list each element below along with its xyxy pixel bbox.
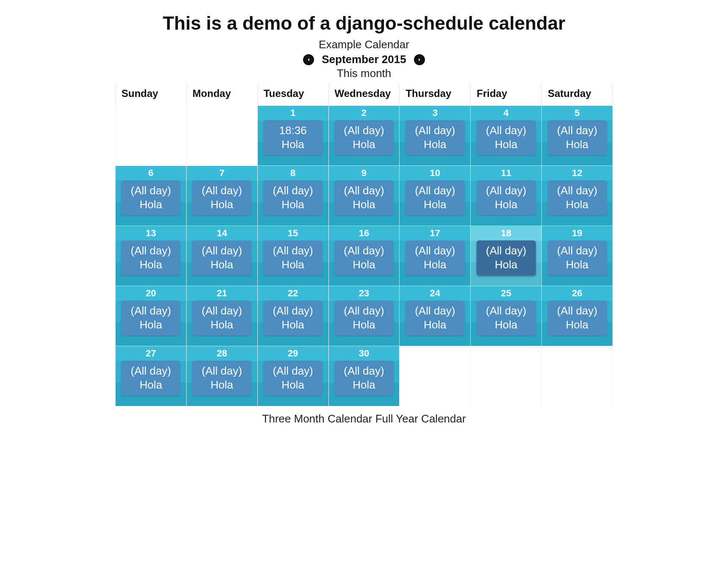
calendar-event[interactable]: (All day)Hola (477, 240, 536, 276)
day-cell[interactable]: 9(All day)Hola (328, 166, 400, 226)
calendar-event[interactable]: (All day)Hola (548, 301, 607, 336)
weekday-header: Wednesday (328, 83, 400, 106)
three-month-link[interactable]: Three Month Calendar (262, 412, 372, 425)
day-cell[interactable]: 16(All day)Hola (328, 226, 400, 286)
day-cell[interactable]: 25(All day)Hola (471, 286, 542, 346)
day-cell[interactable]: 3(All day)Hola (400, 106, 471, 166)
event-title: Hola (550, 198, 604, 212)
calendar-name: Example Calendar (0, 38, 728, 51)
day-number: 9 (361, 168, 367, 179)
day-cell[interactable]: 8(All day)Hola (257, 166, 328, 226)
event-time: (All day) (337, 244, 391, 258)
calendar-event[interactable]: (All day)Hola (405, 120, 465, 155)
calendar-event[interactable]: (All day)Hola (121, 240, 180, 276)
event-title: Hola (550, 138, 604, 152)
day-cell[interactable]: 17(All day)Hola (400, 226, 471, 286)
calendar-event[interactable]: (All day)Hola (334, 120, 394, 155)
day-number: 26 (572, 288, 582, 299)
next-month-button[interactable] (414, 54, 425, 65)
calendar-event[interactable]: (All day)Hola (405, 301, 465, 336)
event-title: Hola (408, 198, 462, 212)
weekday-header: Sunday (116, 83, 187, 106)
calendar-event[interactable]: (All day)Hola (405, 240, 465, 276)
day-cell[interactable]: 2(All day)Hola (328, 106, 400, 166)
event-title: Hola (337, 198, 391, 212)
day-cell[interactable]: 23(All day)Hola (328, 286, 400, 346)
day-cell[interactable]: 21(All day)Hola (186, 286, 257, 346)
calendar-event[interactable]: (All day)Hola (263, 301, 323, 336)
day-cell[interactable]: 7(All day)Hola (186, 166, 257, 226)
this-month-link[interactable]: This month (0, 67, 728, 80)
day-cell[interactable]: 24(All day)Hola (400, 286, 471, 346)
calendar-event[interactable]: (All day)Hola (548, 120, 607, 155)
calendar-event[interactable]: (All day)Hola (334, 301, 394, 336)
prev-month-button[interactable] (303, 54, 314, 65)
event-title: Hola (195, 378, 249, 392)
event-time: (All day) (550, 184, 604, 198)
event-time: (All day) (124, 184, 178, 198)
event-time: (All day) (337, 184, 391, 198)
calendar-event[interactable]: (All day)Hola (477, 180, 536, 215)
calendar-event[interactable]: (All day)Hola (477, 120, 536, 155)
day-cell[interactable]: 27(All day)Hola (116, 346, 187, 406)
day-cell[interactable]: 19(All day)Hola (542, 226, 613, 286)
day-cell[interactable]: 18(All day)Hola (471, 226, 542, 286)
calendar-event[interactable]: (All day)Hola (334, 361, 394, 396)
day-cell[interactable]: 118:36Hola (257, 106, 328, 166)
day-cell[interactable]: 11(All day)Hola (471, 166, 542, 226)
calendar-event[interactable]: 18:36Hola (263, 120, 323, 155)
weekday-header: Saturday (542, 83, 613, 106)
day-cell[interactable]: 10(All day)Hola (400, 166, 471, 226)
event-time: (All day) (479, 124, 533, 138)
calendar-event[interactable]: (All day)Hola (263, 180, 323, 215)
calendar-event[interactable]: (All day)Hola (334, 240, 394, 276)
event-time: (All day) (266, 304, 320, 318)
day-number: 1 (290, 108, 295, 119)
full-year-link[interactable]: Full Year Calendar (375, 412, 466, 425)
day-cell[interactable]: 5(All day)Hola (542, 106, 613, 166)
calendar-event[interactable]: (All day)Hola (263, 240, 323, 276)
calendar-event[interactable]: (All day)Hola (477, 301, 536, 336)
event-time: (All day) (479, 244, 533, 258)
day-cell[interactable]: 15(All day)Hola (257, 226, 328, 286)
day-cell[interactable]: 29(All day)Hola (257, 346, 328, 406)
day-number: 18 (501, 228, 511, 239)
day-number: 22 (288, 288, 298, 299)
event-time: (All day) (195, 244, 249, 258)
day-cell[interactable]: 28(All day)Hola (186, 346, 257, 406)
event-title: Hola (479, 198, 533, 212)
day-cell[interactable]: 22(All day)Hola (257, 286, 328, 346)
calendar-event[interactable]: (All day)Hola (334, 180, 394, 215)
calendar-row: 118:36Hola2(All day)Hola3(All day)Hola4(… (116, 106, 613, 166)
calendar-event[interactable]: (All day)Hola (121, 301, 180, 336)
page-title: This is a demo of a django-schedule cale… (0, 13, 728, 34)
day-cell[interactable]: 4(All day)Hola (471, 106, 542, 166)
day-cell[interactable]: 30(All day)Hola (328, 346, 400, 406)
calendar-event[interactable]: (All day)Hola (121, 180, 180, 215)
event-time: (All day) (195, 184, 249, 198)
day-cell[interactable]: 6(All day)Hola (116, 166, 187, 226)
calendar-event[interactable]: (All day)Hola (192, 240, 251, 276)
day-cell[interactable]: 14(All day)Hola (186, 226, 257, 286)
event-time: (All day) (266, 364, 320, 378)
calendar-event[interactable]: (All day)Hola (548, 180, 607, 215)
calendar-event[interactable]: (All day)Hola (192, 361, 251, 396)
day-cell[interactable]: 26(All day)Hola (542, 286, 613, 346)
calendar-event[interactable]: (All day)Hola (548, 240, 607, 276)
day-number: 17 (430, 228, 440, 239)
calendar-event[interactable]: (All day)Hola (121, 361, 180, 396)
event-title: Hola (266, 318, 320, 332)
event-time: (All day) (337, 304, 391, 318)
day-cell[interactable]: 12(All day)Hola (542, 166, 613, 226)
calendar-event[interactable]: (All day)Hola (263, 361, 323, 396)
calendar-event[interactable]: (All day)Hola (192, 301, 251, 336)
day-cell[interactable]: 13(All day)Hola (116, 226, 187, 286)
calendar-event[interactable]: (All day)Hola (192, 180, 251, 215)
day-cell[interactable]: 20(All day)Hola (116, 286, 187, 346)
calendar-event[interactable]: (All day)Hola (405, 180, 465, 215)
calendar-row: 20(All day)Hola21(All day)Hola22(All day… (116, 286, 613, 346)
event-title: Hola (550, 318, 604, 332)
event-title: Hola (408, 318, 462, 332)
event-title: Hola (124, 378, 178, 392)
weekday-header: Monday (186, 83, 257, 106)
